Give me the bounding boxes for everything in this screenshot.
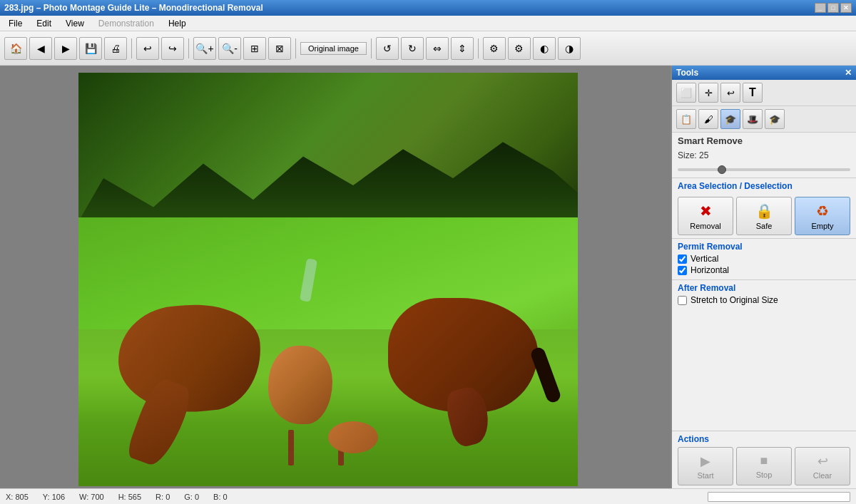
progress-bar <box>708 492 850 502</box>
start-label: Start <box>697 471 713 480</box>
stretch-checkbox-row: Stretch to Original Size <box>678 295 850 305</box>
print-button[interactable]: 🖨 <box>104 37 127 60</box>
tools-icons-row-2: 📋 🖌 🎓 🎩 🎓 <box>672 106 856 133</box>
undo-tool-icon[interactable]: ↩ <box>720 83 740 103</box>
actions-section: Actions ▶ Start ■ Stop ↩ Clear <box>672 431 856 488</box>
save-button[interactable]: 💾 <box>79 37 102 60</box>
close-button[interactable]: ✕ <box>840 3 852 13</box>
menu-edit[interactable]: Edit <box>31 17 57 30</box>
clone-tool-icon[interactable]: 📋 <box>676 109 696 129</box>
adjust2-button[interactable]: ◑ <box>558 37 581 60</box>
stop-icon: ■ <box>760 453 768 468</box>
removal-icon: ✖ <box>700 202 712 220</box>
menu-help[interactable]: Help <box>163 17 192 30</box>
safe-icon: 🔒 <box>755 202 773 220</box>
actions-header: Actions <box>678 434 850 444</box>
app-title: 283.jpg – Photo Montage Guide Lite – Mon… <box>4 3 263 13</box>
nav-back-button[interactable]: ◀ <box>29 37 52 60</box>
text-tool-icon[interactable]: T <box>743 83 763 103</box>
after-section: After Removal Stretch to Original Size <box>672 279 856 309</box>
zoom-in-button[interactable]: 🔍+ <box>193 37 216 60</box>
toolbar-separator-5 <box>478 38 479 58</box>
rotate-ccw-button[interactable]: ↺ <box>376 37 399 60</box>
select-tool-icon[interactable]: ⬜ <box>676 83 696 103</box>
toolbar: 🏠 ◀ ▶ 💾 🖨 ↩ ↪ 🔍+ 🔍- ⊞ ⊠ Original image ↺… <box>0 31 856 66</box>
vertical-checkbox[interactable] <box>678 254 687 264</box>
clear-icon: ↩ <box>817 453 828 469</box>
tools-title: Tools <box>676 68 698 78</box>
stretch-label: Stretch to Original Size <box>691 295 778 305</box>
window-controls[interactable]: _ □ ✕ <box>815 3 852 13</box>
canvas-area[interactable] <box>0 66 671 488</box>
size-slider[interactable] <box>678 168 850 171</box>
safe-label: Safe <box>756 222 773 230</box>
action-buttons: ▶ Start ■ Stop ↩ Clear <box>678 447 850 485</box>
menu-bar: File Edit View Demonstration Help <box>0 16 856 31</box>
tools-panel: Tools ✕ ⬜ ✛ ↩ T 📋 🖌 🎓 🎩 🎓 Smart Remove S… <box>671 66 856 488</box>
clear-button[interactable]: ↩ Clear <box>795 447 850 485</box>
undo-button[interactable]: ↩ <box>136 37 159 60</box>
vertical-label: Vertical <box>691 254 718 264</box>
empty-label: Empty <box>811 222 833 230</box>
status-y: Y: 106 <box>43 493 65 501</box>
area-buttons: ✖ Removal 🔒 Safe ♻ Empty <box>672 194 856 238</box>
image-label: Original image <box>300 42 367 55</box>
toolbar-separator-2 <box>188 38 189 58</box>
vertical-checkbox-row: Vertical <box>678 254 850 264</box>
image-container <box>78 73 578 486</box>
tools-close-button[interactable]: ✕ <box>845 68 852 78</box>
heal-tool-icon[interactable]: 🎓 <box>765 109 785 129</box>
tools-title-bar: Tools ✕ <box>672 66 856 80</box>
status-r: R: 0 <box>156 493 170 501</box>
zoom-fit-button[interactable]: ⊞ <box>243 37 266 60</box>
removal-label: Removal <box>690 222 720 230</box>
nav-home-button[interactable]: 🏠 <box>4 37 27 60</box>
toolbar-separator-1 <box>131 38 132 58</box>
menu-view[interactable]: View <box>60 17 90 30</box>
zoom-out-button[interactable]: 🔍- <box>218 37 241 60</box>
adjust1-button[interactable]: ◐ <box>533 37 556 60</box>
size-label: Size: 25 <box>672 149 856 162</box>
empty-icon: ♻ <box>816 202 829 220</box>
rotate-cw-button[interactable]: ↻ <box>401 37 424 60</box>
stretch-checkbox[interactable] <box>678 296 687 305</box>
status-x: X: 805 <box>6 493 29 501</box>
after-removal-header: After Removal <box>678 283 850 293</box>
horizontal-checkbox[interactable] <box>678 266 687 275</box>
menu-demonstration[interactable]: Demonstration <box>93 17 160 30</box>
maximize-button[interactable]: □ <box>827 3 839 13</box>
smart-remove-icon[interactable]: 🎓 <box>720 109 740 129</box>
safe-button[interactable]: 🔒 Safe <box>736 197 792 235</box>
main-area: Tools ✕ ⬜ ✛ ↩ T 📋 🖌 🎓 🎩 🎓 Smart Remove S… <box>0 66 856 488</box>
paint-tool-icon[interactable]: 🖌 <box>698 109 718 129</box>
empty-button[interactable]: ♻ Empty <box>795 197 850 235</box>
stop-label: Stop <box>756 470 773 479</box>
redo-button[interactable]: ↪ <box>161 37 184 60</box>
nav-forward-button[interactable]: ▶ <box>54 37 77 60</box>
status-w: W: 700 <box>79 493 104 501</box>
move-tool-icon[interactable]: ✛ <box>698 83 718 103</box>
flip-v-button[interactable]: ⇕ <box>451 37 474 60</box>
permit-section: Permit Removal Vertical Horizontal <box>672 238 856 279</box>
stop-button[interactable]: ■ Stop <box>736 447 792 485</box>
permit-removal-header: Permit Removal <box>678 242 850 252</box>
removal-button[interactable]: ✖ Removal <box>678 197 733 235</box>
size-slider-container[interactable] <box>672 162 856 178</box>
title-bar: 283.jpg – Photo Montage Guide Lite – Mon… <box>0 0 856 16</box>
minimize-button[interactable]: _ <box>815 3 826 13</box>
horizontal-checkbox-row: Horizontal <box>678 265 850 275</box>
horizontal-label: Horizontal <box>691 265 729 275</box>
toolbar-separator-3 <box>295 38 296 58</box>
flip-h-button[interactable]: ⇔ <box>426 37 449 60</box>
settings1-button[interactable]: ⚙ <box>483 37 506 60</box>
patch-tool-icon[interactable]: 🎩 <box>743 109 763 129</box>
settings2-button[interactable]: ⚙ <box>508 37 531 60</box>
smart-remove-label: Smart Remove <box>672 133 856 149</box>
status-g: G: 0 <box>184 493 199 501</box>
start-button[interactable]: ▶ Start <box>678 447 733 485</box>
status-bar: X: 805 Y: 106 W: 700 H: 565 R: 0 G: 0 B:… <box>0 488 856 504</box>
zoom-select-button[interactable]: ⊠ <box>268 37 291 60</box>
status-h: H: 565 <box>118 493 141 501</box>
menu-file[interactable]: File <box>3 17 28 30</box>
clear-label: Clear <box>813 471 832 480</box>
